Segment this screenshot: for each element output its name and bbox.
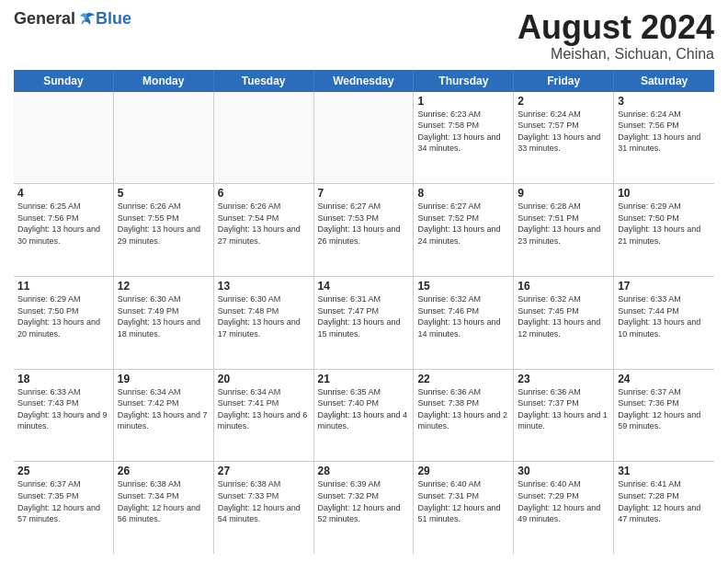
cell-info: Sunrise: 6:32 AM Sunset: 7:45 PM Dayligh… [518, 293, 609, 339]
cell-info: Sunrise: 6:39 AM Sunset: 7:32 PM Dayligh… [318, 478, 410, 524]
cell-info: Sunrise: 6:31 AM Sunset: 7:47 PM Dayligh… [318, 293, 410, 339]
page: General Blue August 2024 Meishan, Sichua… [0, 0, 728, 563]
calendar-header: Sunday Monday Tuesday Wednesday Thursday… [14, 70, 714, 92]
cell-info: Sunrise: 6:24 AM Sunset: 7:56 PM Dayligh… [618, 109, 711, 155]
logo-general-text: General [14, 9, 75, 29]
day-number: 5 [118, 187, 210, 200]
cell-info: Sunrise: 6:30 AM Sunset: 7:49 PM Dayligh… [118, 293, 210, 339]
day-cell-24: 24Sunrise: 6:37 AM Sunset: 7:36 PM Dayli… [614, 370, 714, 462]
day-cell-6: 6Sunrise: 6:26 AM Sunset: 7:54 PM Daylig… [214, 184, 314, 276]
day-number: 10 [618, 187, 711, 200]
day-cell-30: 30Sunrise: 6:40 AM Sunset: 7:29 PM Dayli… [514, 462, 614, 554]
day-cell-11: 11Sunrise: 6:29 AM Sunset: 7:50 PM Dayli… [14, 277, 114, 369]
day-number: 11 [17, 280, 109, 293]
cell-info: Sunrise: 6:33 AM Sunset: 7:44 PM Dayligh… [618, 293, 711, 339]
day-cell-20: 20Sunrise: 6:34 AM Sunset: 7:41 PM Dayli… [214, 370, 314, 462]
day-cell-10: 10Sunrise: 6:29 AM Sunset: 7:50 PM Dayli… [614, 184, 714, 276]
week-row-2: 4Sunrise: 6:25 AM Sunset: 7:56 PM Daylig… [14, 184, 714, 277]
cell-info: Sunrise: 6:26 AM Sunset: 7:54 PM Dayligh… [218, 201, 310, 247]
week-row-4: 18Sunrise: 6:33 AM Sunset: 7:43 PM Dayli… [14, 370, 714, 463]
day-cell-16: 16Sunrise: 6:32 AM Sunset: 7:45 PM Dayli… [514, 277, 614, 369]
cell-info: Sunrise: 6:24 AM Sunset: 7:57 PM Dayligh… [518, 109, 609, 155]
day-number: 8 [417, 187, 509, 200]
cell-info: Sunrise: 6:37 AM Sunset: 7:36 PM Dayligh… [618, 386, 711, 432]
cell-info: Sunrise: 6:36 AM Sunset: 7:38 PM Dayligh… [417, 386, 509, 432]
cell-info: Sunrise: 6:40 AM Sunset: 7:31 PM Dayligh… [417, 478, 509, 524]
cell-info: Sunrise: 6:27 AM Sunset: 7:52 PM Dayligh… [417, 201, 509, 247]
week-row-5: 25Sunrise: 6:37 AM Sunset: 7:35 PM Dayli… [14, 462, 714, 554]
cell-info: Sunrise: 6:34 AM Sunset: 7:42 PM Dayligh… [118, 386, 210, 432]
cell-info: Sunrise: 6:29 AM Sunset: 7:50 PM Dayligh… [618, 201, 711, 247]
day-number: 6 [218, 187, 310, 200]
calendar-body: 1Sunrise: 6:23 AM Sunset: 7:58 PM Daylig… [14, 92, 714, 554]
day-cell-27: 27Sunrise: 6:38 AM Sunset: 7:33 PM Dayli… [214, 462, 314, 554]
cell-info: Sunrise: 6:30 AM Sunset: 7:48 PM Dayligh… [218, 293, 310, 339]
day-cell-17: 17Sunrise: 6:33 AM Sunset: 7:44 PM Dayli… [614, 277, 714, 369]
empty-cell-0-1 [114, 92, 214, 184]
day-number: 9 [518, 187, 609, 200]
day-cell-14: 14Sunrise: 6:31 AM Sunset: 7:47 PM Dayli… [314, 277, 415, 369]
cell-info: Sunrise: 6:34 AM Sunset: 7:41 PM Dayligh… [218, 386, 310, 432]
day-number: 25 [17, 465, 109, 477]
week-row-3: 11Sunrise: 6:29 AM Sunset: 7:50 PM Dayli… [14, 277, 714, 370]
month-title: August 2024 [518, 9, 714, 46]
day-number: 17 [618, 280, 711, 293]
day-number: 21 [318, 373, 410, 385]
day-cell-12: 12Sunrise: 6:30 AM Sunset: 7:49 PM Dayli… [114, 277, 214, 369]
day-cell-9: 9Sunrise: 6:28 AM Sunset: 7:51 PM Daylig… [514, 184, 614, 276]
header-monday: Monday [114, 70, 214, 92]
day-cell-29: 29Sunrise: 6:40 AM Sunset: 7:31 PM Dayli… [414, 462, 514, 554]
header-sunday: Sunday [14, 70, 114, 92]
day-number: 1 [417, 95, 509, 108]
day-cell-26: 26Sunrise: 6:38 AM Sunset: 7:34 PM Dayli… [114, 462, 214, 554]
day-cell-21: 21Sunrise: 6:35 AM Sunset: 7:40 PM Dayli… [314, 370, 415, 462]
day-number: 14 [318, 280, 410, 293]
day-cell-13: 13Sunrise: 6:30 AM Sunset: 7:48 PM Dayli… [214, 277, 314, 369]
day-cell-23: 23Sunrise: 6:36 AM Sunset: 7:37 PM Dayli… [514, 370, 614, 462]
day-number: 29 [417, 465, 509, 477]
calendar: Sunday Monday Tuesday Wednesday Thursday… [14, 70, 714, 554]
day-number: 15 [417, 280, 509, 293]
header-thursday: Thursday [414, 70, 514, 92]
header-wednesday: Wednesday [314, 70, 415, 92]
empty-cell-0-0 [14, 92, 114, 184]
day-cell-19: 19Sunrise: 6:34 AM Sunset: 7:42 PM Dayli… [114, 370, 214, 462]
cell-info: Sunrise: 6:27 AM Sunset: 7:53 PM Dayligh… [318, 201, 410, 247]
day-number: 4 [17, 187, 109, 200]
day-number: 24 [618, 373, 711, 385]
empty-cell-0-3 [314, 92, 415, 184]
cell-info: Sunrise: 6:36 AM Sunset: 7:37 PM Dayligh… [518, 386, 609, 432]
logo-bird-icon [77, 12, 96, 27]
cell-info: Sunrise: 6:35 AM Sunset: 7:40 PM Dayligh… [318, 386, 410, 432]
day-cell-5: 5Sunrise: 6:26 AM Sunset: 7:55 PM Daylig… [114, 184, 214, 276]
day-number: 27 [218, 465, 310, 477]
day-number: 26 [118, 465, 210, 477]
header-saturday: Saturday [614, 70, 714, 92]
header: General Blue August 2024 Meishan, Sichua… [14, 9, 714, 63]
cell-info: Sunrise: 6:37 AM Sunset: 7:35 PM Dayligh… [17, 478, 109, 524]
day-cell-4: 4Sunrise: 6:25 AM Sunset: 7:56 PM Daylig… [14, 184, 114, 276]
location: Meishan, Sichuan, China [518, 46, 714, 63]
day-cell-1: 1Sunrise: 6:23 AM Sunset: 7:58 PM Daylig… [414, 92, 514, 184]
day-number: 12 [118, 280, 210, 293]
header-tuesday: Tuesday [214, 70, 314, 92]
day-number: 31 [618, 465, 711, 477]
cell-info: Sunrise: 6:40 AM Sunset: 7:29 PM Dayligh… [518, 478, 609, 524]
logo-blue-text: Blue [96, 9, 131, 29]
day-cell-18: 18Sunrise: 6:33 AM Sunset: 7:43 PM Dayli… [14, 370, 114, 462]
day-cell-3: 3Sunrise: 6:24 AM Sunset: 7:56 PM Daylig… [614, 92, 714, 184]
day-cell-22: 22Sunrise: 6:36 AM Sunset: 7:38 PM Dayli… [414, 370, 514, 462]
day-number: 7 [318, 187, 410, 200]
day-number: 18 [17, 373, 109, 385]
cell-info: Sunrise: 6:29 AM Sunset: 7:50 PM Dayligh… [17, 293, 109, 339]
cell-info: Sunrise: 6:38 AM Sunset: 7:33 PM Dayligh… [218, 478, 310, 524]
logo: General Blue [14, 9, 131, 29]
day-number: 22 [417, 373, 509, 385]
cell-info: Sunrise: 6:25 AM Sunset: 7:56 PM Dayligh… [17, 201, 109, 247]
cell-info: Sunrise: 6:28 AM Sunset: 7:51 PM Dayligh… [518, 201, 609, 247]
cell-info: Sunrise: 6:41 AM Sunset: 7:28 PM Dayligh… [618, 478, 711, 524]
day-number: 19 [118, 373, 210, 385]
empty-cell-0-2 [214, 92, 314, 184]
day-cell-31: 31Sunrise: 6:41 AM Sunset: 7:28 PM Dayli… [614, 462, 714, 554]
day-cell-28: 28Sunrise: 6:39 AM Sunset: 7:32 PM Dayli… [314, 462, 415, 554]
